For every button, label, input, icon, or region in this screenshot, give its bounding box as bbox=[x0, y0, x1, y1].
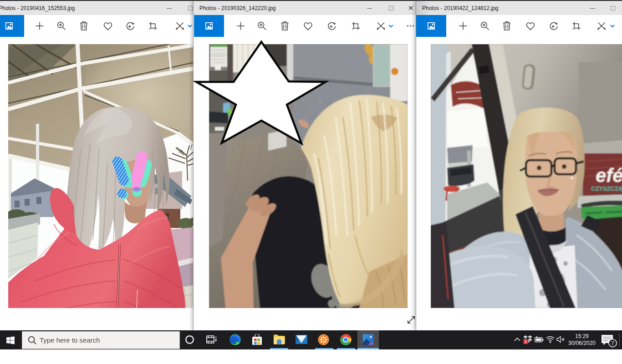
svg-text:efé: efé bbox=[596, 165, 622, 186]
svg-text:2: 2 bbox=[525, 339, 527, 344]
svg-text:CZYSZCZĄ: CZYSZCZĄ bbox=[591, 185, 622, 192]
svg-text:7: 7 bbox=[611, 340, 614, 346]
